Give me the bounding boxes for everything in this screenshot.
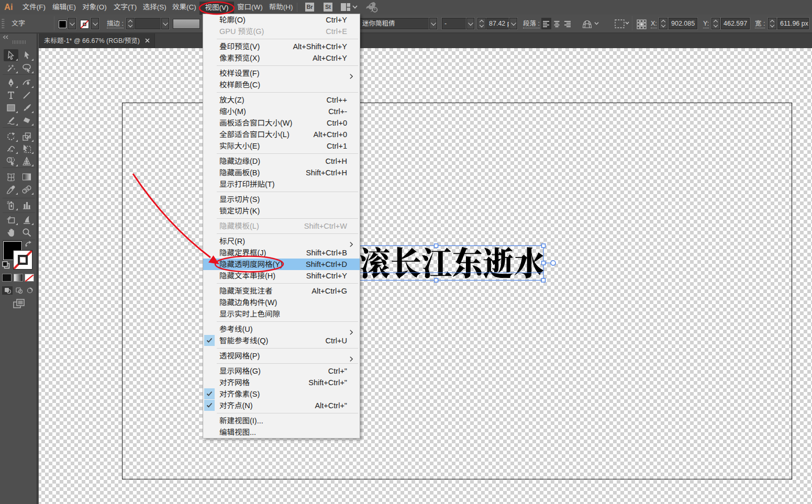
menubar-item[interactable]: 文件(F) — [19, 0, 50, 15]
tool-shape-builder[interactable] — [4, 155, 18, 167]
tool-pen[interactable] — [4, 76, 18, 88]
stepper-down-icon[interactable] — [661, 23, 665, 27]
tool-rotate[interactable] — [4, 130, 18, 142]
stock-button[interactable]: St — [324, 3, 332, 12]
menubar-item[interactable]: 选择(S) — [140, 0, 169, 15]
canvas-text-object[interactable]: 滚滚长江东逝水 — [329, 245, 545, 278]
menubar-item[interactable]: 帮助(H) — [267, 0, 295, 15]
menu-item[interactable]: 智能参考线(Q)Ctrl+U — [203, 335, 360, 346]
tool-symbol-sprayer[interactable] — [4, 199, 18, 211]
x-input[interactable]: 902.085 p — [669, 18, 697, 29]
toolbar-grip[interactable] — [13, 40, 26, 44]
fill-color-swatch[interactable] — [58, 20, 67, 29]
width-label[interactable]: 宽 : — [755, 20, 765, 27]
menu-item[interactable]: 对齐点(N)Alt+Ctrl+" — [203, 400, 360, 411]
font-family-chevron[interactable] — [429, 18, 437, 29]
menubar-item[interactable]: 窗口(W) — [233, 0, 268, 15]
menu-item[interactable]: 隐藏透明度网格(Y)Shift+Ctrl+D — [203, 259, 360, 270]
tool-mesh[interactable] — [4, 171, 18, 183]
x-stepper[interactable] — [659, 18, 668, 29]
collapse-panel-icon[interactable] — [3, 35, 8, 40]
menu-item[interactable]: 校样设置(F) — [203, 68, 360, 79]
warp-chevron-icon[interactable] — [594, 22, 599, 25]
menu-item[interactable]: 参考线(U) — [203, 323, 360, 335]
stepper-down-icon[interactable] — [480, 23, 484, 27]
menu-item[interactable]: 校样颜色(C) — [203, 79, 360, 91]
reference-point-grid-icon[interactable] — [637, 19, 647, 29]
menu-item[interactable]: 隐藏画板(B)Shift+Ctrl+H — [203, 167, 360, 178]
menu-item[interactable]: 轮廓(O)Ctrl+Y — [203, 14, 360, 26]
warp-icon[interactable] — [582, 19, 593, 28]
tool-lasso[interactable] — [19, 62, 34, 74]
tool-artboard[interactable] — [4, 214, 18, 226]
chevron-down-icon[interactable] — [161, 18, 169, 29]
gradient-button[interactable] — [14, 274, 23, 282]
swap-fill-stroke-icon[interactable] — [25, 241, 32, 248]
menu-item[interactable]: 像素预览(X)Alt+Ctrl+Y — [203, 52, 360, 64]
menu-item[interactable]: 锁定切片(K) — [203, 205, 360, 217]
font-size-input[interactable]: 87.42 p — [486, 18, 509, 29]
menu-item[interactable]: 透视网格(P) — [203, 350, 360, 362]
menu-item[interactable]: 显示实时上色间隙 — [203, 308, 360, 320]
width-input[interactable]: 611.96 px — [777, 18, 809, 29]
gpu-performance-rocket-icon[interactable] — [365, 2, 379, 13]
align-center-button[interactable] — [552, 18, 562, 29]
chevron-down-icon[interactable] — [91, 18, 99, 29]
tool-blend[interactable] — [19, 183, 34, 195]
menu-item[interactable]: 隐藏渐变批注者Alt+Ctrl+G — [203, 285, 360, 297]
menubar-item[interactable]: 编辑(E) — [49, 0, 79, 15]
y-input[interactable]: 462.597 p — [721, 18, 750, 29]
y-label[interactable]: Y: — [703, 20, 709, 27]
font-size-stepper[interactable] — [477, 18, 486, 29]
menu-item[interactable]: GPU 预览(G)Ctrl+E — [203, 26, 360, 37]
menu-item[interactable]: 隐藏模板(L)Shift+Ctrl+W — [203, 220, 360, 232]
paragraph-label[interactable]: 段落 : — [523, 20, 540, 27]
tab-close-icon[interactable] — [143, 37, 151, 44]
tool-magic-wand[interactable] — [4, 62, 18, 74]
chevron-down-icon[interactable] — [352, 5, 358, 9]
menubar-item[interactable]: 对象(O) — [79, 0, 110, 15]
menu-item[interactable]: 对齐网格Shift+Ctrl+" — [203, 377, 360, 388]
tool-eyedropper[interactable] — [4, 183, 18, 195]
tool-rectangle[interactable] — [4, 102, 18, 114]
stroke-weight-stepper[interactable] — [126, 18, 135, 29]
width-stepper[interactable] — [768, 18, 776, 29]
stroke-color-swatch[interactable] — [80, 20, 89, 29]
draw-normal-mode-button[interactable] — [2, 286, 13, 295]
chevron-down-icon[interactable] — [68, 18, 76, 29]
menu-item[interactable]: 隐藏定界框(J)Shift+Ctrl+B — [203, 247, 360, 259]
menubar-item[interactable]: 文字(T) — [110, 0, 140, 15]
tool-width[interactable] — [4, 142, 18, 154]
menu-item[interactable]: 对齐像素(S) — [203, 388, 360, 400]
none-button[interactable] — [25, 274, 34, 282]
font-size-chevron[interactable] — [509, 18, 517, 29]
tool-hand[interactable] — [4, 226, 18, 238]
tool-free-transform[interactable] — [19, 142, 34, 154]
draw-inside-mode-button[interactable] — [25, 286, 35, 295]
canvas-pasteboard[interactable]: 滚滚长江东逝水 — [39, 48, 812, 504]
menu-item[interactable]: 标尺(R) — [203, 236, 360, 247]
tool-curvature[interactable] — [19, 76, 34, 88]
tool-paintbrush[interactable] — [19, 102, 34, 114]
tool-type[interactable] — [4, 89, 18, 101]
menu-item[interactable]: 缩小(M)Ctrl+- — [203, 106, 360, 117]
menu-item[interactable]: 画板适合窗口大小(W)Ctrl+0 — [203, 117, 360, 129]
tool-direct-selection[interactable] — [19, 49, 34, 61]
menu-item[interactable]: 实际大小(E)Ctrl+1 — [203, 140, 360, 152]
change-screen-mode-icon[interactable] — [13, 299, 25, 309]
dashed-box-icon[interactable] — [615, 19, 629, 28]
tool-line-segment[interactable] — [19, 89, 34, 101]
stepper-down-icon[interactable] — [714, 23, 718, 27]
menu-item[interactable]: 显示网格(G)Ctrl+" — [203, 365, 360, 377]
menu-item[interactable]: 隐藏文本串接(H)Shift+Ctrl+Y — [203, 270, 360, 282]
align-right-button[interactable] — [562, 18, 572, 29]
menu-item[interactable]: 叠印预览(V)Alt+Shift+Ctrl+Y — [203, 41, 360, 52]
y-stepper[interactable] — [711, 18, 720, 29]
menubar-item[interactable]: 视图(V) — [199, 2, 234, 15]
color-button[interactable] — [2, 274, 12, 282]
menu-item[interactable]: 显示切片(S) — [203, 194, 360, 205]
font-style-chevron[interactable] — [466, 18, 474, 29]
stroke-color-control[interactable] — [13, 250, 32, 270]
bridge-button[interactable]: Br — [305, 3, 314, 12]
menu-item[interactable]: 显示打印拼贴(T) — [203, 178, 360, 190]
